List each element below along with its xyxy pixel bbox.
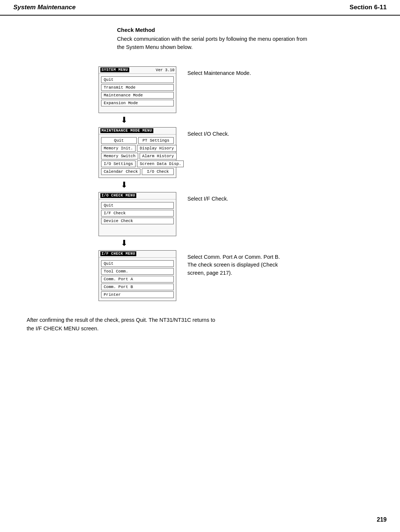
step-row-1: SYSTEM MENU Ver 3.10 Quit Transmit Mode … (99, 66, 251, 113)
io-check-menu-header-row: I/O CHECK MENU (99, 192, 176, 199)
if-printer-btn[interactable]: Printer (101, 291, 174, 298)
maint-pt-settings-btn[interactable]: PT Settings (138, 137, 174, 144)
maint-quit-btn[interactable]: Quit (101, 137, 137, 144)
step-label-1: Select Maintenance Mode. (187, 66, 251, 77)
maintenance-menu-body: Quit PT Settings Memory Init. Display Hi… (99, 135, 176, 178)
maintenance-row-1: Quit PT Settings (101, 137, 174, 144)
io-check-menu-title: I/O CHECK MENU (100, 193, 136, 198)
if-tool-comm-btn[interactable]: Tool Comm. (101, 268, 174, 275)
maintenance-menu-screen: MAINTENANCE MODE MENU Quit PT Settings M… (99, 127, 176, 178)
system-menu-title: SYSTEM MENU (100, 67, 129, 72)
maint-display-history-btn[interactable]: Display Hisory (137, 145, 176, 152)
if-comm-port-b-btn[interactable]: Comm. Port B (101, 284, 174, 290)
down-arrow-icon-3: ⬇ (121, 238, 127, 248)
maint-io-check-btn[interactable]: I/O Check (142, 168, 174, 175)
io-device-check-btn[interactable]: Device Check (101, 218, 174, 224)
step-row-2: MAINTENANCE MODE MENU Quit PT Settings M… (99, 127, 229, 178)
maintenance-row-4: I/O Settings Screen Data Disp. (101, 161, 174, 167)
header-right: Section 6-11 (350, 4, 387, 11)
maint-screen-data-btn[interactable]: Screen Data Disp. (137, 161, 184, 167)
if-comm-port-a-btn[interactable]: Comm. Port A (101, 276, 174, 282)
system-menu-header-row: SYSTEM MENU Ver 3.10 (99, 67, 176, 74)
check-method-heading: Check Method (117, 27, 387, 33)
header-left: System Maintenance (13, 4, 76, 11)
system-expansion-btn[interactable]: Expansion Mode (101, 100, 174, 106)
maint-memory-init-btn[interactable]: Memory Init. (101, 145, 136, 152)
step-row-4: I/F CHECK MENU Quit Tool Comm. Comm. Por… (99, 250, 287, 301)
down-arrow-icon-1: ⬇ (121, 115, 127, 125)
step-label-2: Select I/O Check. (187, 127, 229, 138)
check-method-body: Check communication with the serial port… (117, 35, 387, 52)
maintenance-row-5: Calendar Check I/O Check (101, 168, 174, 175)
main-content: Check Method Check communication with th… (0, 16, 400, 344)
system-transmit-btn[interactable]: Transmit Mode (101, 84, 174, 91)
maint-alarm-history-btn[interactable]: Alarm History (140, 153, 177, 159)
if-quit-btn[interactable]: Quit (101, 260, 174, 267)
io-check-menu-body: Quit I/F Check Device Check (99, 199, 176, 236)
maint-io-settings-btn[interactable]: I/O Settings (101, 161, 136, 167)
step-label-3: Select I/F Check. (187, 192, 228, 203)
diagrams-section: SYSTEM MENU Ver 3.10 Quit Transmit Mode … (99, 66, 387, 301)
io-if-check-btn[interactable]: I/F Check (101, 210, 174, 217)
step-label-4: Select Comm. Port A or Comm. Port B. The… (187, 250, 287, 277)
maintenance-menu-header-row: MAINTENANCE MODE MENU (99, 128, 176, 135)
io-quit-btn[interactable]: Quit (101, 202, 174, 209)
if-check-menu-header-row: I/F CHECK MENU (99, 251, 176, 258)
maintenance-row-3: Memory Switch Alarm History (101, 153, 174, 159)
footer-text: After confirming the result of the check… (27, 316, 387, 333)
down-arrow-icon-2: ⬇ (121, 180, 127, 190)
maint-calendar-check-btn[interactable]: Calendar Check (101, 168, 140, 175)
system-maintenance-btn[interactable]: Maintenance Mode (101, 92, 174, 99)
if-check-menu-body: Quit Tool Comm. Comm. Port A Comm. Port … (99, 258, 176, 301)
arrow-1: ⬇ (121, 115, 127, 125)
if-check-menu-screen: I/F CHECK MENU Quit Tool Comm. Comm. Por… (99, 250, 176, 301)
page-header: System Maintenance Section 6-11 (0, 0, 400, 16)
system-menu-body: Quit Transmit Mode Maintenance Mode Expa… (99, 74, 176, 113)
maintenance-menu-title: MAINTENANCE MODE MENU (100, 128, 153, 133)
page-number: 219 (377, 516, 387, 523)
io-check-menu-screen: I/O CHECK MENU Quit I/F Check Device Che… (99, 192, 176, 236)
system-quit-btn[interactable]: Quit (101, 76, 174, 83)
if-check-menu-title: I/F CHECK MENU (100, 251, 136, 256)
step-row-3: I/O CHECK MENU Quit I/F Check Device Che… (99, 192, 228, 236)
maintenance-row-2: Memory Init. Display Hisory (101, 145, 174, 152)
arrow-3: ⬇ (121, 238, 127, 248)
system-menu-version: Ver 3.10 (156, 68, 174, 72)
system-menu-screen: SYSTEM MENU Ver 3.10 Quit Transmit Mode … (99, 66, 176, 113)
maint-memory-switch-btn[interactable]: Memory Switch (101, 153, 138, 159)
arrow-2: ⬇ (121, 180, 127, 190)
